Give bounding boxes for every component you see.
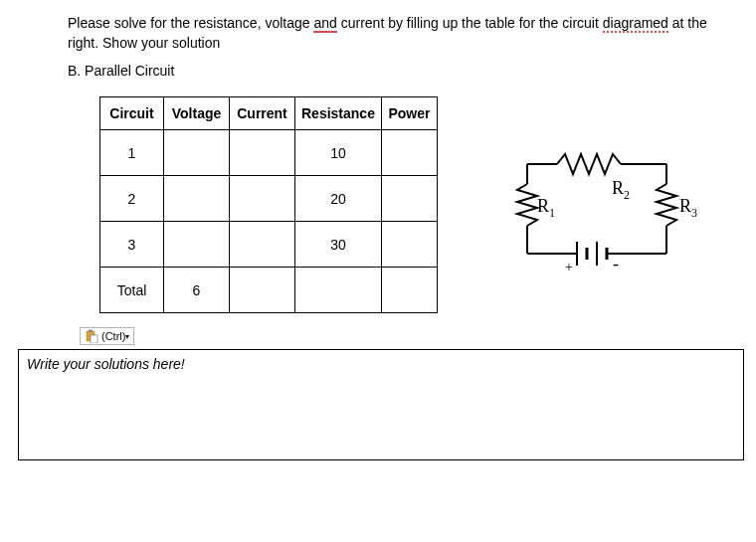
cell-circuit: 3 [100, 222, 164, 268]
solution-textarea[interactable]: Write your solutions here! [18, 349, 744, 460]
cell-circuit: Total [100, 268, 164, 313]
header-voltage: Voltage [164, 97, 230, 130]
cell-resistance: 30 [295, 222, 382, 268]
q-line2: right. Show your solution [68, 35, 220, 51]
cell-power[interactable] [381, 222, 437, 268]
question-text: Please solve for the resistance, voltage… [68, 14, 724, 53]
cell-current[interactable] [230, 130, 295, 176]
cell-voltage[interactable] [164, 130, 230, 176]
ctrl-label: (Ctrl) [101, 330, 125, 342]
cell-circuit: 2 [100, 176, 164, 222]
cell-current[interactable] [230, 222, 295, 268]
r3-label: R3 [679, 196, 697, 220]
header-resistance: Resistance [295, 97, 382, 130]
table-row: 1 10 [100, 130, 438, 176]
cell-current[interactable] [230, 268, 295, 313]
cell-voltage[interactable] [164, 176, 230, 222]
q-and: and [313, 15, 336, 33]
cell-circuit: 1 [100, 130, 164, 176]
header-circuit: Circuit [100, 97, 164, 130]
r1-label: R1 [537, 196, 555, 220]
cell-resistance: 20 [295, 176, 382, 222]
cell-voltage[interactable] [164, 222, 230, 268]
paste-options-button[interactable]: (Ctrl) ▾ [80, 327, 134, 345]
cell-resistance[interactable] [295, 268, 382, 313]
cell-power[interactable] [381, 176, 437, 222]
cell-resistance: 10 [295, 130, 382, 176]
circuit-diagram: R1 R2 R3 + - [497, 144, 706, 296]
svg-rect-2 [91, 335, 97, 343]
clipboard-icon [85, 329, 98, 343]
q-part: current by filling up the table for the … [337, 15, 603, 31]
table-row: 2 20 [100, 176, 438, 222]
circuit-table: Circuit Voltage Current Resistance Power… [99, 96, 438, 313]
table-row: 3 30 [100, 222, 438, 268]
section-label: B. Parallel Circuit [68, 63, 756, 79]
q-part: Please solve for the resistance, voltage [68, 15, 313, 31]
r2-label: R2 [612, 178, 630, 202]
q-part: at the [668, 15, 707, 31]
header-current: Current [230, 97, 295, 130]
table-row: Total 6 [100, 268, 438, 313]
svg-rect-1 [89, 330, 93, 333]
cell-power[interactable] [381, 268, 437, 313]
cell-current[interactable] [230, 176, 295, 222]
solution-placeholder: Write your solutions here! [27, 356, 185, 372]
q-diagramed: diagramed [603, 15, 668, 33]
header-power: Power [381, 97, 437, 130]
chevron-down-icon: ▾ [125, 332, 129, 341]
cell-power[interactable] [381, 130, 437, 176]
table-header-row: Circuit Voltage Current Resistance Power [100, 97, 438, 130]
cell-voltage: 6 [164, 268, 230, 313]
battery-minus: - [613, 254, 619, 273]
battery-plus: + [565, 260, 573, 274]
